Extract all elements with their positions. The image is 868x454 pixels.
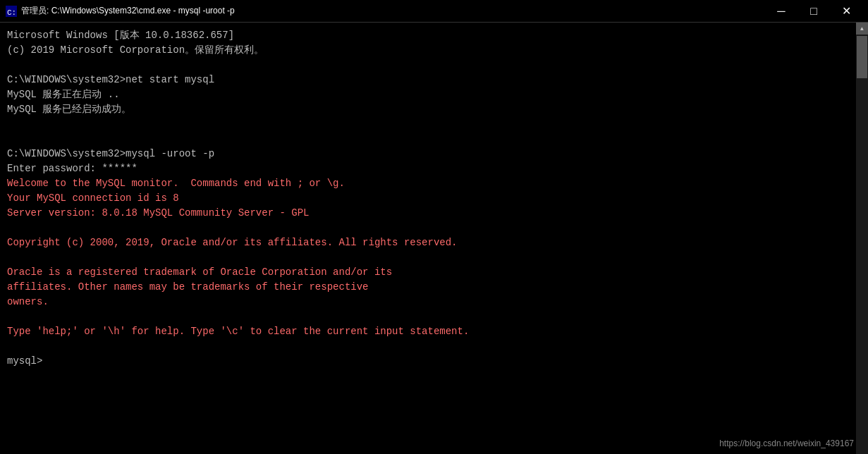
terminal-line: Your MySQL connection id is 8: [7, 191, 849, 206]
content-area: Microsoft Windows [版本 10.0.18362.657](c)…: [0, 23, 868, 454]
cmd-icon: C:: [6, 6, 17, 17]
terminal-line: Type 'help;' or '\h' for help. Type '\c'…: [7, 324, 849, 339]
terminal-line: [7, 309, 849, 324]
terminal-line: mysql>: [7, 354, 849, 369]
terminal[interactable]: Microsoft Windows [版本 10.0.18362.657](c)…: [0, 23, 856, 454]
svg-text:C:: C:: [7, 8, 16, 17]
terminal-line: [7, 369, 849, 384]
terminal-line: Server version: 8.0.18 MySQL Community S…: [7, 206, 849, 221]
terminal-line: C:\WINDOWS\system32>net start mysql: [7, 73, 849, 87]
terminal-line: owners.: [7, 295, 849, 309]
terminal-line: Oracle is a registered trademark of Orac…: [7, 265, 849, 280]
terminal-line: [7, 221, 849, 235]
scrollbar-thumb[interactable]: [857, 36, 867, 78]
minimize-button[interactable]: ─: [765, 0, 797, 23]
terminal-line: [7, 132, 849, 147]
terminal-line: [7, 398, 849, 413]
terminal-line: Copyright (c) 2000, 2019, Oracle and/or …: [7, 235, 849, 250]
terminal-line: [7, 384, 849, 398]
terminal-line: (c) 2019 Microsoft Corporation。保留所有权利。: [7, 43, 849, 58]
maximize-button[interactable]: □: [797, 0, 830, 23]
terminal-line: affiliates. Other names may be trademark…: [7, 280, 849, 295]
terminal-line: MySQL 服务正在启动 ..: [7, 87, 849, 102]
scrollbar[interactable]: ▲: [856, 23, 868, 454]
terminal-line: Welcome to the MySQL monitor. Commands e…: [7, 176, 849, 191]
terminal-line: [7, 250, 849, 265]
terminal-line: Microsoft Windows [版本 10.0.18362.657]: [7, 28, 849, 43]
terminal-line: MySQL 服务已经启动成功。: [7, 102, 849, 117]
watermark: https://blog.csdn.net/weixin_439167: [719, 438, 854, 448]
close-button[interactable]: ✕: [830, 0, 862, 23]
terminal-line: Enter password: ******: [7, 161, 849, 176]
terminal-line: C:\WINDOWS\system32>mysql -uroot -p: [7, 147, 849, 161]
terminal-line: [7, 58, 849, 73]
title-bar: C: 管理员: C:\Windows\System32\cmd.exe - my…: [0, 0, 868, 23]
title-bar-controls: ─ □ ✕: [765, 0, 862, 23]
scroll-up-button[interactable]: ▲: [856, 23, 868, 35]
terminal-line: [7, 117, 849, 132]
title-bar-text: 管理员: C:\Windows\System32\cmd.exe - mysql…: [21, 5, 765, 17]
terminal-line: [7, 339, 849, 354]
window: C: 管理员: C:\Windows\System32\cmd.exe - my…: [0, 0, 868, 454]
